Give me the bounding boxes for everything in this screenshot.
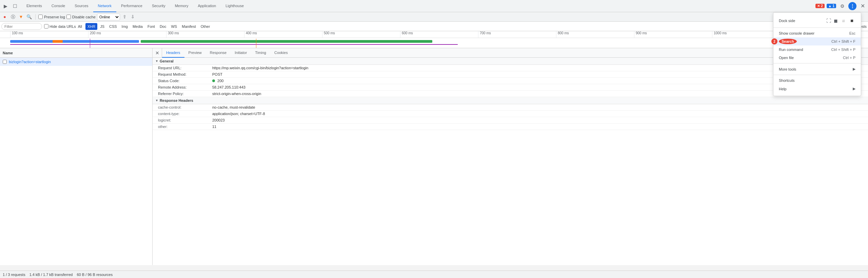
dock-right-icon[interactable]: ◾ (848, 17, 855, 24)
menu-run-command[interactable]: Run command Ctrl + Shift + P (773, 45, 861, 54)
search-menu-label: Search (779, 39, 797, 43)
dropdown-menu: Dock side ⛶ ◼ ◽ ◾ Show console drawer Es… (773, 12, 861, 96)
inspect-icon[interactable]: ▶ (1, 2, 9, 10)
filter-bar: Hide data URLs All XHR JS CSS Img Media … (0, 22, 868, 31)
menu-tools-section: Show console drawer Esc Search Ctrl + Sh… (773, 28, 861, 63)
triangle-icon: ▼ (155, 59, 158, 63)
filter-manifest[interactable]: Manifest (180, 23, 198, 30)
detail-val-remote: 58.247.205.110:443 (212, 85, 245, 89)
menu-search[interactable]: Search Ctrl + Shift + F 2 (773, 37, 861, 45)
tab-memory[interactable]: Memory (170, 0, 193, 12)
details-tabs: ✕ Headers Preview Response Initiator Tim… (153, 48, 868, 58)
tab-network[interactable]: Network (93, 0, 116, 12)
disable-cache-checkbox[interactable] (66, 15, 71, 19)
menu-shortcuts[interactable]: Shortcuts (773, 76, 861, 85)
detail-row-cache-control: cache-control: no-cache, must-revalidate (153, 104, 868, 111)
tab-performance[interactable]: Performance (116, 0, 147, 12)
filter-icon[interactable]: ▼ (18, 14, 24, 20)
tab-response[interactable]: Response (206, 48, 231, 58)
main-area: Name bizlogin?action=startlogin ✕ Header… (0, 48, 868, 265)
dock-left-icon[interactable]: ◼ (833, 17, 839, 24)
hide-data-urls-label[interactable]: Hide data URLs (44, 24, 76, 29)
general-section-header[interactable]: ▼ General (153, 58, 868, 65)
export-icon[interactable]: ⇩ (130, 14, 136, 20)
dock-undock-icon[interactable]: ⛶ (826, 17, 832, 24)
filter-ws[interactable]: WS (169, 23, 179, 30)
timeline-bar-orange (53, 40, 63, 43)
timeline-100ms: 100 ms (10, 31, 88, 38)
tab-application[interactable]: Application (193, 0, 221, 12)
devtools-tab-bar: ▶ ☐ Elements Console Sources Network Per… (0, 0, 868, 12)
request-name: bizlogin?action=startlogin (9, 60, 51, 64)
menu-help[interactable]: Help ▶ (773, 85, 861, 93)
tab-initiator[interactable]: Initiator (231, 48, 251, 58)
clear-button[interactable]: Ⓧ (9, 14, 16, 20)
detail-key-cache-control: cache-control: (158, 105, 212, 109)
warn-count-badge: ▲ 1 (827, 4, 836, 8)
filter-js[interactable]: JS (98, 23, 106, 30)
preserve-log-checkbox[interactable] (38, 15, 43, 19)
record-button[interactable]: ● (1, 14, 8, 20)
detail-val-content-type: application/json; charset=UTF-8 (212, 112, 265, 116)
filter-font[interactable]: Font (145, 23, 157, 30)
filter-xhr[interactable]: XHR (85, 23, 97, 30)
filter-css[interactable]: CSS (107, 23, 119, 30)
filter-input[interactable] (1, 23, 42, 30)
close-details-button[interactable]: ✕ (153, 48, 162, 58)
preserve-log-label[interactable]: Preserve log (38, 15, 65, 19)
tab-elements[interactable]: Elements (22, 0, 47, 12)
timeline-bar-blue (10, 40, 139, 43)
detail-row-method: Request Method: POST (153, 71, 868, 78)
hide-data-urls-checkbox[interactable] (44, 24, 48, 29)
filter-img[interactable]: Img (120, 23, 130, 30)
status-dot-green (212, 79, 215, 82)
filter-type-buttons: XHR JS CSS Img Media Font Doc WS Manifes… (85, 23, 212, 30)
request-checkbox[interactable] (3, 60, 7, 64)
throttle-select[interactable]: Online Fast 3G Slow 3G Offline (97, 14, 120, 20)
error-count-badge: ✕ 2 (815, 4, 824, 8)
tab-lighthouse[interactable]: Lighthouse (221, 0, 249, 12)
dock-bottom-icon[interactable]: ◽ (840, 17, 847, 24)
tab-sources[interactable]: Sources (70, 0, 93, 12)
menu-show-console-drawer[interactable]: Show console drawer Esc (773, 29, 861, 37)
filter-media[interactable]: Media (131, 23, 145, 30)
timeline-labels: 100 ms 200 ms 300 ms 400 ms 500 ms 600 m… (0, 31, 868, 38)
menu-dock-section: Dock side ⛶ ◼ ◽ ◾ (773, 14, 861, 28)
detail-val-referrer: strict-origin-when-cross-origin (212, 92, 261, 96)
tab-preview[interactable]: Preview (184, 48, 206, 58)
disable-cache-label[interactable]: Disable cache (66, 15, 96, 19)
import-icon[interactable]: ⇧ (121, 14, 128, 20)
timeline-600ms: 600 ms (400, 31, 478, 38)
device-icon[interactable]: ☐ (11, 2, 19, 10)
filter-doc[interactable]: Doc (158, 23, 169, 30)
table-row[interactable]: bizlogin?action=startlogin (0, 58, 152, 66)
timeline-400ms: 400 ms (244, 31, 322, 38)
tab-cookies[interactable]: Cookies (270, 48, 292, 58)
response-headers-section-header[interactable]: ▼ Response Headers (153, 97, 868, 104)
detail-key-referrer: Referrer Policy: (158, 92, 212, 96)
filter-other[interactable]: Other (199, 23, 212, 30)
timeline-300ms: 300 ms (166, 31, 244, 38)
close-devtools-button[interactable]: ✕ (859, 2, 867, 10)
more-options-button[interactable]: ⋮ (848, 2, 856, 10)
menu-more-tools[interactable]: More tools ▶ (773, 65, 861, 73)
timeline-200ms: 200 ms (88, 31, 166, 38)
search-toolbar-icon[interactable]: 🔍 (26, 14, 33, 20)
tab-timing[interactable]: Timing (251, 48, 270, 58)
all-filter-label: All (78, 24, 82, 29)
detail-key-remote: Remote Address: (158, 85, 212, 89)
tab-headers[interactable]: Headers (162, 48, 184, 58)
tab-console[interactable]: Console (47, 0, 70, 12)
timeline-900ms: 900 ms (634, 31, 712, 38)
detail-val-method: POST (212, 72, 222, 76)
requests-panel: Name bizlogin?action=startlogin (0, 48, 153, 265)
detail-key-content-type: content-type: (158, 112, 212, 116)
settings-icon[interactable]: ⚙ (838, 2, 846, 10)
timeline-500ms: 500 ms (322, 31, 400, 38)
detail-key-url: Request URL: (158, 66, 212, 70)
timeline-bars[interactable] (0, 38, 868, 48)
detail-key-logicret: logicret: (158, 118, 212, 122)
menu-open-file[interactable]: Open file Ctrl + P (773, 54, 861, 62)
tab-security[interactable]: Security (147, 0, 170, 12)
timeline-700ms: 700 ms (478, 31, 556, 38)
